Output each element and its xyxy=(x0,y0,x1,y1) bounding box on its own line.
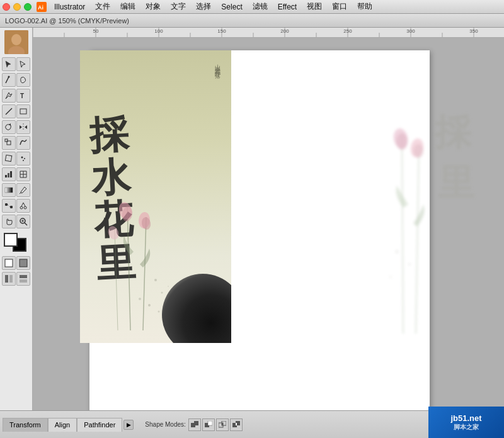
svg-rect-74 xyxy=(20,259,27,267)
menu-text[interactable]: 文字 xyxy=(166,0,191,13)
view-mode-tools xyxy=(2,272,30,286)
scale-tools xyxy=(2,136,30,150)
pen-tools: T xyxy=(2,89,30,103)
svg-marker-50 xyxy=(25,125,27,129)
svg-point-92 xyxy=(139,298,141,300)
menu-effect[interactable]: Effect xyxy=(273,1,302,13)
lasso-tool[interactable] xyxy=(16,73,30,87)
svg-line-70 xyxy=(25,223,27,225)
eyedropper-tool[interactable] xyxy=(16,183,30,197)
view-mode-2[interactable] xyxy=(16,272,30,286)
svg-point-40 xyxy=(11,34,21,45)
pen-tool[interactable] xyxy=(2,89,16,103)
svg-point-65 xyxy=(20,206,23,209)
svg-text:350: 350 xyxy=(469,28,478,34)
view-mode-1[interactable] xyxy=(2,272,16,286)
svg-rect-78 xyxy=(20,279,27,283)
menu-view[interactable]: 视图 xyxy=(302,0,327,13)
svg-text:里: 里 xyxy=(438,162,474,203)
document-title: LOGO-002.AI @ 150% (CMYK/Preview) xyxy=(5,17,129,25)
ruler-horizontal: 50 100 150 200 250 300 350 xyxy=(33,28,504,38)
menu-window[interactable]: 窗口 xyxy=(327,0,352,13)
gradient-tool[interactable] xyxy=(2,183,16,197)
menu-select[interactable]: Select xyxy=(216,1,247,13)
svg-point-88 xyxy=(161,292,163,294)
svg-point-54 xyxy=(21,157,23,159)
traffic-lights xyxy=(3,3,32,11)
canvas-area[interactable]: 山水之间花开叶落 採水花里 xyxy=(33,38,504,410)
tab-align[interactable]: Align xyxy=(48,418,77,432)
selection-tools xyxy=(2,57,30,71)
menu-object[interactable]: 对象 xyxy=(140,0,166,13)
svg-text:200: 200 xyxy=(280,28,289,34)
svg-point-66 xyxy=(24,206,26,209)
shape-mode-buttons xyxy=(188,418,243,431)
scale-tool[interactable] xyxy=(2,136,16,150)
svg-rect-107 xyxy=(208,421,212,425)
scissors-tool[interactable] xyxy=(16,199,30,213)
graph-tools xyxy=(2,167,30,181)
blend-tool[interactable] xyxy=(2,199,16,213)
svg-line-61 xyxy=(20,193,21,194)
svg-text:300: 300 xyxy=(406,28,415,34)
svg-line-81 xyxy=(115,230,118,330)
svg-rect-105 xyxy=(194,421,198,425)
magic-wand-tool[interactable] xyxy=(2,73,16,87)
fill-swatch[interactable] xyxy=(4,233,18,247)
svg-point-55 xyxy=(24,158,25,159)
wand-lasso-tools xyxy=(2,73,30,87)
shape-minus-front[interactable] xyxy=(202,418,215,431)
svg-point-89 xyxy=(148,304,151,306)
fill-stroke-group xyxy=(3,233,30,256)
graph-tool[interactable] xyxy=(2,167,16,181)
watermark-sub: 脚本之家 xyxy=(454,423,479,432)
line-tools xyxy=(2,104,30,118)
shape-unite[interactable] xyxy=(188,418,201,431)
maximize-button[interactable] xyxy=(24,3,32,11)
close-button[interactable] xyxy=(3,3,10,11)
menu-edit[interactable]: 编辑 xyxy=(115,0,140,13)
artwork-vertical-text: 山水之间花开叶落 xyxy=(214,60,222,70)
zoom-tool[interactable] xyxy=(16,215,30,228)
user-photo xyxy=(4,30,28,54)
normal-mode[interactable] xyxy=(2,256,16,270)
app-icon: Ai xyxy=(37,2,47,12)
svg-rect-110 xyxy=(222,423,223,425)
svg-point-101 xyxy=(396,250,399,254)
gradient-tools xyxy=(2,183,30,197)
symbol-sprayer-tool[interactable] xyxy=(16,152,30,166)
mesh-tool[interactable] xyxy=(16,167,30,181)
line-tool[interactable] xyxy=(2,104,16,118)
panel-options-arrow[interactable]: ▶ xyxy=(123,420,134,430)
menu-illustrator[interactable]: Illustrator xyxy=(49,1,90,13)
shape-intersect[interactable] xyxy=(216,418,229,431)
svg-line-68 xyxy=(23,203,25,206)
tab-transform[interactable]: Transform xyxy=(3,418,48,432)
tab-pathfinder[interactable]: Pathfinder xyxy=(77,418,122,432)
menu-help[interactable]: 帮助 xyxy=(352,0,377,13)
menu-filter[interactable]: 滤镜 xyxy=(248,0,273,13)
svg-rect-2 xyxy=(33,28,504,38)
warp-tool[interactable] xyxy=(16,136,30,150)
svg-rect-73 xyxy=(5,259,13,267)
title-bar: LOGO-002.AI @ 150% (CMYK/Preview) xyxy=(0,14,504,28)
menu-file[interactable]: 文件 xyxy=(90,0,115,13)
selection-tool[interactable] xyxy=(2,57,16,71)
type-tool[interactable]: T xyxy=(16,89,30,103)
hand-tool[interactable] xyxy=(2,215,16,228)
rotate-tool[interactable] xyxy=(2,120,16,134)
shape-exclude[interactable] xyxy=(230,418,243,431)
svg-rect-57 xyxy=(5,175,7,177)
minimize-button[interactable] xyxy=(13,3,21,11)
svg-line-80 xyxy=(143,217,146,330)
artwork-content: 山水之间花开叶落 採水花里 xyxy=(80,50,231,343)
artwork-card: 山水之间花开叶落 採水花里 xyxy=(80,50,231,343)
direct-selection-tool[interactable] xyxy=(16,57,30,71)
menu-bar: Ai Illustrator 文件 编辑 对象 文字 选择 Select 滤镜 … xyxy=(0,0,504,14)
rect-tool[interactable] xyxy=(16,104,30,118)
free-transform-tool[interactable] xyxy=(2,152,16,166)
svg-point-102 xyxy=(408,263,411,266)
screen-mode[interactable] xyxy=(16,256,30,270)
menu-select-cn[interactable]: 选择 xyxy=(191,0,216,13)
reflect-tool[interactable] xyxy=(16,120,30,134)
